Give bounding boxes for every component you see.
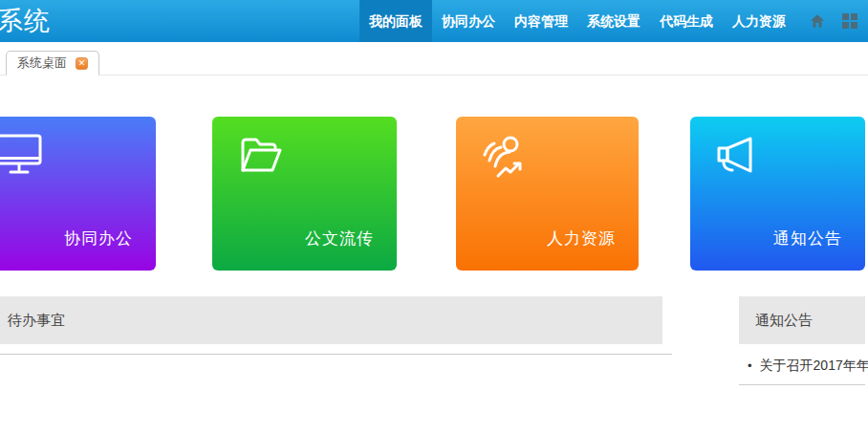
tab-bar: 系统桌面 ✕	[0, 42, 868, 76]
monitor-icon	[0, 134, 42, 176]
header-spacer	[51, 0, 359, 42]
grid-icon[interactable]	[841, 12, 858, 30]
notice-separator	[739, 384, 865, 385]
todo-separator	[0, 354, 672, 355]
app-window: 系统 我的面板 协同办公 内容管理 系统设置 代码生成 人力资源	[0, 0, 868, 434]
tile-notice[interactable]: 通知公告	[690, 117, 865, 271]
tile-label: 人力资源	[547, 228, 616, 250]
nav-item-my-dashboard[interactable]: 我的面板	[359, 0, 432, 42]
tile-document-flow[interactable]: 公文流传	[212, 117, 397, 271]
notice-list-item[interactable]: •关于召开2017年年	[739, 353, 868, 379]
tile-label: 协同办公	[64, 228, 133, 250]
tab-label: 系统桌面	[17, 54, 67, 72]
tab-system-desktop[interactable]: 系统桌面 ✕	[6, 51, 99, 76]
tile-hr[interactable]: 人力资源	[456, 117, 639, 271]
notice-panel-header: 通知公告	[739, 296, 865, 344]
nav-item-system-settings[interactable]: 系统设置	[577, 0, 650, 42]
nav-item-hr[interactable]: 人力资源	[723, 0, 795, 42]
bullet-icon: •	[748, 353, 752, 379]
tile-label: 公文流传	[305, 228, 374, 250]
people-trend-icon	[481, 134, 529, 180]
tab-close-icon[interactable]: ✕	[76, 57, 88, 70]
tile-collaboration[interactable]: 协同办公	[0, 117, 156, 271]
header-icon-group	[809, 0, 858, 42]
todo-panel-header: 待办事宜	[0, 296, 662, 344]
home-icon[interactable]	[809, 12, 826, 30]
megaphone-icon	[715, 134, 761, 178]
notice-item-text: 关于召开2017年年	[760, 358, 868, 373]
app-title: 系统	[0, 0, 51, 42]
folder-open-icon	[237, 134, 283, 178]
nav-item-code-gen[interactable]: 代码生成	[650, 0, 723, 42]
main-nav: 我的面板 协同办公 内容管理 系统设置 代码生成 人力资源	[359, 0, 795, 42]
nav-item-content-mgmt[interactable]: 内容管理	[505, 0, 577, 42]
top-header: 系统 我的面板 协同办公 内容管理 系统设置 代码生成 人力资源	[0, 0, 868, 42]
nav-item-collaboration[interactable]: 协同办公	[432, 0, 505, 42]
tile-label: 通知公告	[773, 228, 842, 250]
